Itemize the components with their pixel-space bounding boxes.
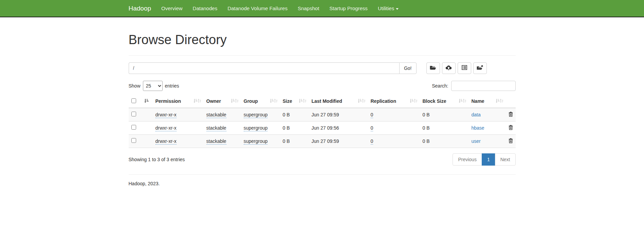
directory-link[interactable]: data: [472, 112, 481, 117]
replication-cell[interactable]: 0: [371, 125, 373, 131]
delete-button[interactable]: [509, 138, 513, 143]
create-directory-button[interactable]: [426, 62, 440, 74]
page-length-select[interactable]: 25: [143, 81, 163, 91]
table-footer: Showing 1 to 3 of 3 entries Previous 1 N…: [129, 153, 516, 166]
caret-down-icon: [396, 8, 399, 10]
group-cell[interactable]: supergroup: [244, 112, 268, 118]
column-label: Size: [283, 98, 292, 104]
column-header-replication[interactable]: Replication: [368, 95, 420, 108]
column-header-name[interactable]: Name: [469, 95, 506, 108]
sort-icon: [410, 98, 417, 104]
permission-cell[interactable]: drwxr-xr-x: [155, 112, 177, 118]
column-header-last-modified[interactable]: Last Modified: [309, 95, 368, 108]
path-input[interactable]: [129, 62, 399, 74]
nav-item-datanode-volume-failures[interactable]: Datanode Volume Failures: [222, 5, 293, 11]
block-size-cell: 0 B: [423, 112, 430, 117]
utilities-label: Utilities: [378, 5, 394, 11]
column-label: Owner: [206, 98, 221, 104]
top-navbar: Hadoop Overview Datanodes Datanode Volum…: [0, 0, 644, 17]
nav-item-datanodes[interactable]: Datanodes: [188, 5, 223, 11]
list-alt-button[interactable]: [458, 62, 471, 74]
list-alt-icon: [462, 65, 467, 71]
row-checkbox[interactable]: [131, 112, 136, 116]
move-directory-button[interactable]: [473, 62, 487, 74]
column-label: Block Size: [423, 98, 446, 104]
table-row: drwxr-xr-x stackable supergroup 0 B Jun …: [129, 121, 516, 134]
search-input[interactable]: [451, 81, 516, 91]
explorer-toolbar: [426, 62, 487, 74]
pagination-page-1[interactable]: 1: [482, 153, 495, 166]
group-cell[interactable]: supergroup: [244, 138, 268, 145]
entries-label: entries: [165, 83, 179, 89]
table-row: drwxr-xr-x stackable supergroup 0 B Jun …: [129, 108, 516, 121]
select-all-header[interactable]: [129, 95, 153, 108]
modified-cell: Jun 27 09:59: [312, 138, 339, 144]
size-cell: 0 B: [283, 125, 290, 131]
column-header-group[interactable]: Group: [241, 95, 280, 108]
replication-cell[interactable]: 0: [371, 112, 373, 118]
nav-item-utilities-dropdown[interactable]: Utilities: [373, 5, 404, 11]
nav-item-overview[interactable]: Overview: [156, 5, 188, 11]
page-length-control: Show 25 entries: [129, 81, 179, 91]
column-header-permission[interactable]: Permission: [153, 95, 204, 108]
group-cell[interactable]: supergroup: [244, 125, 268, 131]
column-label: Permission: [155, 98, 181, 104]
block-size-cell: 0 B: [423, 125, 430, 131]
delete-button[interactable]: [509, 125, 513, 130]
column-label: Group: [244, 98, 258, 104]
replication-cell[interactable]: 0: [371, 138, 373, 145]
trash-icon: [509, 126, 513, 131]
table-controls: Show 25 entries Search:: [129, 81, 516, 91]
search-label: Search:: [432, 83, 448, 89]
owner-cell[interactable]: stackable: [206, 112, 226, 118]
navbar-brand[interactable]: Hadoop: [129, 5, 157, 12]
permission-cell[interactable]: drwxr-xr-x: [155, 125, 177, 131]
sort-icon: [358, 98, 365, 104]
cloud-upload-icon: [445, 65, 452, 71]
block-size-cell: 0 B: [423, 138, 430, 144]
table-row: drwxr-xr-x stackable supergroup 0 B Jun …: [129, 134, 516, 148]
row-checkbox[interactable]: [131, 125, 136, 130]
folder-move-icon: [477, 65, 483, 71]
column-label: Replication: [371, 98, 396, 104]
permission-cell[interactable]: drwxr-xr-x: [155, 138, 177, 145]
directory-link[interactable]: user: [472, 138, 481, 144]
show-label: Show: [129, 83, 141, 89]
sort-icon: [299, 98, 306, 104]
pagination-previous[interactable]: Previous: [453, 153, 482, 166]
go-button[interactable]: Go!: [399, 62, 417, 74]
directory-table: Permission Owner Group Size Last Modifie…: [129, 95, 516, 148]
path-input-group: Go!: [129, 62, 417, 74]
sort-icon: [496, 98, 503, 104]
owner-cell[interactable]: stackable: [206, 138, 226, 145]
page-title: Browse Directory: [129, 33, 516, 47]
modified-cell: Jun 27 09:59: [312, 112, 339, 117]
column-header-owner[interactable]: Owner: [204, 95, 241, 108]
table-header-row: Permission Owner Group Size Last Modifie…: [129, 95, 516, 108]
delete-button[interactable]: [509, 112, 513, 117]
footer-divider: [129, 174, 516, 175]
sort-asc-icon: [144, 98, 149, 104]
sort-icon: [459, 98, 466, 104]
directory-link[interactable]: hbase: [472, 125, 484, 131]
entries-summary: Showing 1 to 3 of 3 entries: [129, 157, 185, 162]
sort-icon: [270, 98, 277, 104]
folder-open-icon: [430, 65, 436, 71]
page-header: Browse Directory: [129, 33, 516, 56]
nav-item-snapshot[interactable]: Snapshot: [293, 5, 324, 11]
owner-cell[interactable]: stackable: [206, 125, 226, 131]
modified-cell: Jun 27 09:56: [312, 125, 339, 131]
select-all-checkbox[interactable]: [131, 98, 136, 103]
column-label: Last Modified: [312, 98, 342, 104]
column-header-size[interactable]: Size: [280, 95, 309, 108]
upload-files-button[interactable]: [442, 62, 456, 74]
sort-icon: [231, 98, 238, 104]
nav-item-startup-progress[interactable]: Startup Progress: [324, 5, 373, 11]
sort-icon: [194, 98, 201, 104]
row-checkbox[interactable]: [131, 138, 136, 143]
trash-icon: [509, 113, 513, 118]
pagination-next[interactable]: Next: [495, 153, 516, 166]
trash-icon: [509, 139, 513, 144]
column-header-block-size[interactable]: Block Size: [420, 95, 469, 108]
size-cell: 0 B: [283, 112, 290, 117]
